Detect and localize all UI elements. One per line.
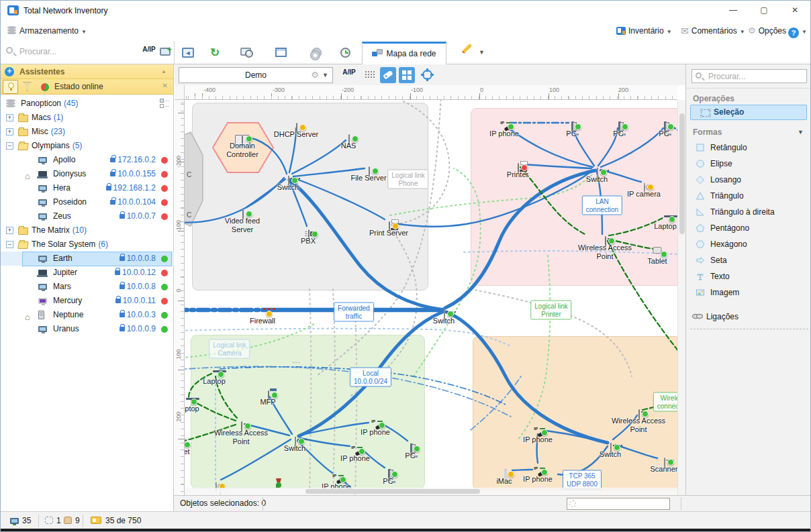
expander-icon[interactable]: +	[6, 114, 13, 121]
shape-tool-text[interactable]: TTexto	[686, 268, 811, 284]
tree-item-mercury[interactable]: Mercury10.0.0.11	[1, 294, 173, 308]
tree-item-dionysus[interactable]: ⌂Dionysus10.0.0.155	[1, 167, 173, 181]
edit-pencil-icon[interactable]	[462, 44, 473, 54]
horizontal-scrollbar[interactable]	[185, 488, 677, 495]
map-canvas[interactable]: ... CCLogical linkPhoneLANconnectionForw…	[185, 100, 677, 495]
pc-icon	[38, 256, 47, 262]
storage-menu[interactable]: Armazenamento▼	[7, 25, 87, 38]
tree-item-the-solar-system[interactable]: −The Solar System(6)	[1, 237, 173, 252]
link-label-forwarded-traffic[interactable]: Forwardedtraffic	[334, 303, 374, 322]
software-button[interactable]	[303, 44, 320, 61]
app-window: Total Network Inventory — ▢ ✕ Armazename…	[0, 0, 811, 532]
table-view-button[interactable]	[272, 44, 289, 61]
shape-tool-square[interactable]: Retângulo	[686, 140, 811, 156]
expander-icon[interactable]: −	[6, 142, 13, 150]
inventory-icon	[616, 27, 626, 35]
tree-item-misc[interactable]: +Misc(23)	[1, 125, 173, 139]
tree-item-apollo[interactable]: Apollo172.16.0.2	[1, 153, 173, 167]
tree-item-panopticon[interactable]: Panopticon(45)------	[1, 97, 173, 111]
inventory-menu[interactable]: Inventário▼	[616, 25, 672, 38]
tree-item-jupiter[interactable]: Jupiter10.0.0.12	[1, 266, 173, 280]
assistant-bulb-button[interactable]	[3, 80, 18, 94]
computer-plus-icon: +	[160, 48, 171, 56]
map-aip-button[interactable]: A/IP	[341, 67, 357, 83]
shapes-collapse-icon[interactable]: ▼	[798, 129, 804, 136]
pencil-dropdown-icon[interactable]: ▼	[479, 49, 485, 56]
link-label-wireless-connection[interactable]: Wirelessconnection	[653, 392, 677, 412]
maximize-button[interactable]: ▢	[749, 1, 779, 19]
ellipsis-decoration: ...	[292, 356, 301, 365]
status-dot	[161, 312, 168, 319]
shape-tool-circle[interactable]: Elipse	[686, 156, 811, 172]
map-selector[interactable]: Demo ⚙ ▼	[179, 67, 333, 83]
window-title: Total Network Inventory	[23, 6, 107, 15]
refresh-button[interactable]: ↻	[206, 44, 224, 61]
tree-item-macs[interactable]: +Macs(1)	[1, 111, 173, 125]
tree-columns-icon[interactable]: ------	[160, 98, 169, 109]
shape-tool-rtriangle[interactable]: Triângulo à direita	[686, 204, 811, 220]
assistants-header[interactable]: + Assistentes ▲	[1, 64, 173, 79]
map-labels-button[interactable]	[380, 67, 396, 83]
tool-links[interactable]: Ligações	[686, 309, 811, 325]
table-icon	[275, 48, 287, 57]
map-grid-button[interactable]	[361, 67, 377, 83]
comments-menu[interactable]: ✉Comentários▼	[681, 25, 745, 38]
license-count: 35 de 750	[91, 516, 141, 525]
minimize-button[interactable]: —	[718, 1, 749, 19]
tree-item-uranus[interactable]: Uranus10.0.0.9	[1, 322, 173, 336]
tree-item-poseidon[interactable]: Poseidon10.0.0.104	[1, 195, 173, 209]
link-label-logical-link-printer[interactable]: Logical linkPrinter	[530, 301, 571, 320]
close-button[interactable]: ✕	[779, 1, 810, 19]
vertical-scrollbar[interactable]	[677, 100, 685, 495]
map-tiles-button[interactable]	[399, 67, 415, 83]
tool-selection[interactable]: Seleção	[690, 105, 807, 120]
close-icon[interactable]: ✕	[162, 82, 168, 89]
scan-viewer-button[interactable]	[237, 44, 254, 61]
status-dot	[161, 284, 168, 290]
ruler-label: -300	[273, 87, 285, 93]
find-on-map-input[interactable]	[567, 498, 670, 510]
tree-item-mars[interactable]: Mars10.0.0.8	[1, 280, 173, 294]
status-dot	[161, 298, 168, 305]
home-icon: ⌂	[25, 310, 30, 324]
toolbar-separator	[174, 41, 175, 64]
link-label-logical-link-camera[interactable]: Logical linkCamera	[209, 339, 250, 359]
node-label: PC	[566, 129, 576, 138]
add-scan-button[interactable]: +	[156, 44, 174, 61]
assistant-filter-button[interactable]	[19, 80, 35, 94]
tree-item-hera[interactable]: Hera192.168.1.2	[1, 181, 173, 195]
tree-item-zeus[interactable]: Zeus10.0.0.7	[1, 209, 173, 223]
shape-tool-arrow[interactable]: Seta	[686, 252, 811, 268]
shape-tool-triangle[interactable]: Triângulo	[686, 188, 811, 204]
node-label: IP phone	[523, 475, 553, 484]
expander-icon[interactable]: −	[6, 241, 13, 248]
expander-icon[interactable]: +	[6, 227, 13, 234]
node-label: Switch	[433, 317, 455, 325]
shape-tool-diamond[interactable]: Losango	[686, 172, 811, 188]
panel-search-input[interactable]: Procurar...	[691, 69, 807, 83]
tab-network-map[interactable]: Mapa da rede	[362, 42, 446, 65]
lock-icon	[110, 172, 115, 176]
link-label-logical-link-phone[interactable]: Logical linkPhone	[387, 170, 428, 189]
options-menu[interactable]: ⚙Opções	[748, 25, 786, 38]
map-center-button[interactable]	[419, 67, 435, 83]
shape-tool-pentagon[interactable]: Pentágono	[686, 220, 811, 236]
tree-item-neptune[interactable]: ⌂Neptune10.0.0.3	[1, 308, 173, 322]
shape-tool-hexagon[interactable]: Hexágono	[686, 236, 811, 252]
help-menu[interactable]: ?▼	[788, 25, 807, 38]
collapse-icon[interactable]: ▲	[161, 68, 166, 74]
link-label-local-10-0-0-0-24[interactable]: Local10.0.0.0/24	[350, 368, 391, 387]
link-label-lan-connection[interactable]: LANconnection	[582, 196, 622, 215]
lock-icon	[120, 327, 125, 331]
computer-icon	[10, 518, 19, 524]
expander-icon[interactable]: +	[6, 128, 13, 136]
shape-tool-image[interactable]: Imagem	[686, 284, 811, 301]
import-button[interactable]: ◄	[179, 44, 197, 61]
tree-item-earth[interactable]: Earth10.0.0.8	[1, 252, 173, 266]
history-button[interactable]	[336, 44, 354, 61]
aip-button[interactable]: A/IP	[140, 44, 158, 61]
tree-item-olympians[interactable]: −Olympians(5)	[1, 139, 173, 153]
link-label-tcp-365-udp-8800[interactable]: TCP 365UDP 8800	[563, 470, 602, 490]
tree-item-the-matrix[interactable]: +The Matrix(10)	[1, 223, 173, 237]
tag-icon	[383, 70, 393, 80]
